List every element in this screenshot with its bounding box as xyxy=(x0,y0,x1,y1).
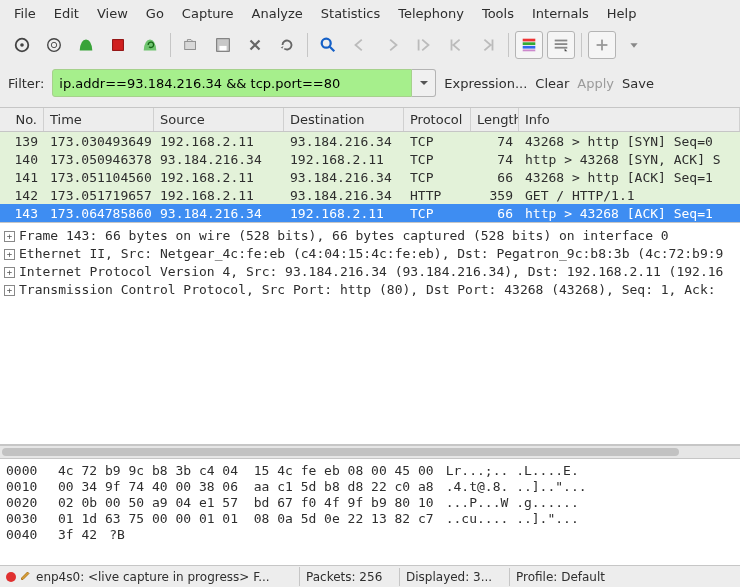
cell: 173.051104560 xyxy=(44,170,154,185)
cell: 173.030493649 xyxy=(44,134,154,149)
save-filter-button[interactable]: Save xyxy=(622,76,654,91)
cell: 142 xyxy=(0,188,44,203)
cell: 93.184.216.34 xyxy=(154,206,284,221)
detail-line[interactable]: +Internet Protocol Version 4, Src: 93.18… xyxy=(4,263,736,281)
filter-dropdown-icon[interactable] xyxy=(412,69,436,97)
last-icon[interactable] xyxy=(474,31,502,59)
apply-button[interactable]: Apply xyxy=(577,76,614,91)
menu-capture[interactable]: Capture xyxy=(174,3,242,24)
go-back-icon[interactable] xyxy=(346,31,374,59)
svg-rect-4 xyxy=(113,40,124,51)
first-icon[interactable] xyxy=(442,31,470,59)
menu-internals[interactable]: Internals xyxy=(524,3,597,24)
table-row[interactable]: 142173.051719657192.168.2.1193.184.216.3… xyxy=(0,186,740,204)
menu-go[interactable]: Go xyxy=(138,3,172,24)
table-row[interactable]: 143173.06478586093.184.216.34192.168.2.1… xyxy=(0,204,740,222)
filter-input[interactable] xyxy=(52,69,412,97)
hex-bytes: 3f 42 xyxy=(58,527,97,543)
cell: http > 43268 [ACK] Seq=1 xyxy=(519,206,740,221)
menu-view[interactable]: View xyxy=(89,3,136,24)
status-displayed: Displayed: 3... xyxy=(400,568,510,586)
detail-line[interactable]: +Ethernet II, Src: Netgear_4c:fe:eb (c4:… xyxy=(4,245,736,263)
statusbar: enp4s0: <live capture in progress> F... … xyxy=(0,565,740,587)
hex-ascii: Lr...;.. .L....E. xyxy=(446,463,579,479)
cell: 140 xyxy=(0,152,44,167)
save-icon[interactable] xyxy=(209,31,237,59)
menu-edit[interactable]: Edit xyxy=(46,3,87,24)
column-header-time[interactable]: Time xyxy=(44,108,154,131)
expand-collapse-icon[interactable]: + xyxy=(4,285,15,296)
column-header-source[interactable]: Source xyxy=(154,108,284,131)
auto-scroll-icon[interactable] xyxy=(547,31,575,59)
hex-row[interactable]: 00004c 72 b9 9c b8 3b c4 04 15 4c fe eb … xyxy=(6,463,734,479)
menu-analyze[interactable]: Analyze xyxy=(244,3,311,24)
svg-rect-11 xyxy=(523,46,536,49)
hex-bytes: 00 34 9f 74 40 00 38 06 aa c1 5d b8 d8 2… xyxy=(58,479,434,495)
status-interface: enp4s0: <live capture in progress> F... xyxy=(0,567,300,586)
scrollbar-thumb[interactable] xyxy=(2,448,679,456)
column-header-destination[interactable]: Destination xyxy=(284,108,404,131)
status-profile[interactable]: Profile: Default xyxy=(510,568,740,586)
menu-file[interactable]: File xyxy=(6,3,44,24)
detail-line[interactable]: +Frame 143: 66 bytes on wire (528 bits),… xyxy=(4,227,736,245)
hex-ascii: ...P...W .g...... xyxy=(446,495,579,511)
menu-help[interactable]: Help xyxy=(599,3,645,24)
table-row[interactable]: 140173.05094637893.184.216.34192.168.2.1… xyxy=(0,150,740,168)
hex-row[interactable]: 00403f 42?B xyxy=(6,527,734,543)
cell: TCP xyxy=(404,134,471,149)
expand-collapse-icon[interactable]: + xyxy=(4,249,15,260)
cell: 66 xyxy=(471,206,519,221)
hex-row[interactable]: 001000 34 9f 74 40 00 38 06 aa c1 5d b8 … xyxy=(6,479,734,495)
toolbar xyxy=(0,27,740,63)
start-capture-icon[interactable] xyxy=(72,31,100,59)
column-header-info[interactable]: Info xyxy=(519,108,740,131)
detail-text: Transmission Control Protocol, Src Port:… xyxy=(19,281,716,299)
expand-collapse-icon[interactable]: + xyxy=(4,231,15,242)
hex-offset: 0000 xyxy=(6,463,46,479)
cell: 192.168.2.11 xyxy=(284,152,404,167)
cell: TCP xyxy=(404,152,471,167)
horizontal-scrollbar[interactable] xyxy=(0,445,740,459)
reload-icon[interactable] xyxy=(273,31,301,59)
cell: 141 xyxy=(0,170,44,185)
stop-capture-icon[interactable] xyxy=(104,31,132,59)
zoom-in-icon[interactable] xyxy=(588,31,616,59)
filter-input-wrap xyxy=(52,69,436,97)
open-icon[interactable] xyxy=(177,31,205,59)
svg-rect-12 xyxy=(523,50,536,52)
packet-list-body[interactable]: 139173.030493649192.168.2.1193.184.216.3… xyxy=(0,132,740,222)
packet-details[interactable]: +Frame 143: 66 bytes on wire (528 bits),… xyxy=(0,223,740,445)
cell: 143 xyxy=(0,206,44,221)
column-header-length[interactable]: Length xyxy=(471,108,519,131)
svg-point-1 xyxy=(20,43,24,47)
packet-bytes[interactable]: 00004c 72 b9 9c b8 3b c4 04 15 4c fe eb … xyxy=(0,459,740,565)
menu-telephony[interactable]: Telephony xyxy=(390,3,472,24)
hex-row[interactable]: 003001 1d 63 75 00 00 01 01 08 0a 5d 0e … xyxy=(6,511,734,527)
colorize-icon[interactable] xyxy=(515,31,543,59)
clear-button[interactable]: Clear xyxy=(535,76,569,91)
cell: 93.184.216.34 xyxy=(284,170,404,185)
column-header-no[interactable]: No. xyxy=(0,108,44,131)
expand-collapse-icon[interactable]: + xyxy=(4,267,15,278)
go-to-icon[interactable] xyxy=(410,31,438,59)
cell: 66 xyxy=(471,170,519,185)
svg-rect-14 xyxy=(555,43,568,45)
detail-line[interactable]: +Transmission Control Protocol, Src Port… xyxy=(4,281,736,299)
table-row[interactable]: 139173.030493649192.168.2.1193.184.216.3… xyxy=(0,132,740,150)
expression-button[interactable]: Expression... xyxy=(444,76,527,91)
hex-row[interactable]: 002002 0b 00 50 a9 04 e1 57 bd 67 f0 4f … xyxy=(6,495,734,511)
table-row[interactable]: 141173.051104560192.168.2.1193.184.216.3… xyxy=(0,168,740,186)
restart-capture-icon[interactable] xyxy=(136,31,164,59)
options-icon[interactable] xyxy=(40,31,68,59)
menu-statistics[interactable]: Statistics xyxy=(313,3,388,24)
menu-tools[interactable]: Tools xyxy=(474,3,522,24)
interfaces-icon[interactable] xyxy=(8,31,36,59)
zoom-drop-icon[interactable] xyxy=(620,31,648,59)
go-forward-icon[interactable] xyxy=(378,31,406,59)
column-header-protocol[interactable]: Protocol xyxy=(404,108,471,131)
find-icon[interactable] xyxy=(314,31,342,59)
toolbar-separator xyxy=(508,33,509,57)
edit-icon[interactable] xyxy=(20,569,32,584)
svg-rect-13 xyxy=(555,40,568,42)
close-icon[interactable] xyxy=(241,31,269,59)
